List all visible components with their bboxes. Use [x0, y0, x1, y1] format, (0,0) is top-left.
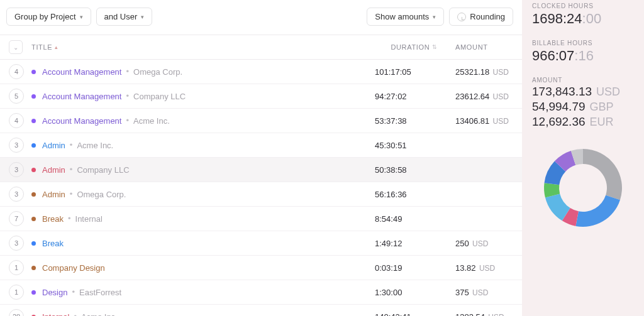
- client-name: Internal: [75, 214, 103, 224]
- title-cell: Admin •Acme Inc.: [31, 141, 369, 150]
- separator-dot: •: [126, 116, 129, 125]
- project-name[interactable]: Company Design: [42, 263, 105, 273]
- count-badge[interactable]: 4: [9, 113, 24, 128]
- main-panel: Group by Project ▾ and User ▾ Show amoun…: [0, 0, 522, 316]
- duration-cell: 56:16:36: [369, 190, 438, 199]
- project-color-dot: [31, 94, 36, 99]
- amount-cell: 13.82 USD: [438, 263, 513, 273]
- project-name[interactable]: Break: [42, 239, 64, 248]
- amount-header-label: AMOUNT: [455, 43, 488, 51]
- expand-all-button[interactable]: ⌄: [9, 40, 23, 54]
- currency-code: USD: [486, 313, 504, 317]
- title-cell: Break •Internal: [31, 214, 369, 224]
- project-name[interactable]: Internal: [42, 312, 69, 317]
- and-user-dropdown[interactable]: and User ▾: [96, 8, 153, 26]
- table-row[interactable]: 1 Design •EastForrest 1:30:00 375 USD: [0, 280, 522, 305]
- separator-dot: •: [70, 140, 73, 150]
- project-name[interactable]: Account Management: [42, 92, 121, 101]
- amount-cell: 375 USD: [438, 288, 513, 297]
- duration-cell: 94:27:02: [369, 92, 438, 101]
- count-badge[interactable]: 3: [9, 187, 24, 202]
- table-row[interactable]: 4 Account Management •Acme Inc. 53:37:38…: [0, 109, 522, 133]
- column-header-duration[interactable]: DURATION ⇅: [369, 43, 438, 51]
- project-color-dot: [31, 143, 36, 148]
- project-name[interactable]: Break: [42, 214, 64, 224]
- client-name: Acme Inc.: [81, 312, 118, 317]
- and-user-label: and User: [104, 12, 138, 21]
- table-row[interactable]: 3 Break 1:49:12 250 USD: [0, 231, 522, 256]
- project-name[interactable]: Admin: [42, 190, 65, 199]
- table-row[interactable]: 5 Account Management •Company LLC 94:27:…: [0, 84, 522, 109]
- count-badge[interactable]: 3: [9, 138, 24, 153]
- table-row[interactable]: 3 Admin •Omega Corp. 56:16:36: [0, 182, 522, 207]
- table-row[interactable]: 3 Admin •Acme Inc. 45:30:51: [0, 133, 522, 158]
- currency-code: USD: [470, 239, 489, 248]
- separator-dot: •: [72, 287, 75, 297]
- table-row[interactable]: 4 Account Management •Omega Corp. 101:17…: [0, 60, 522, 84]
- title-cell: Account Management •Acme Inc.: [31, 116, 369, 126]
- duration-header-label: DURATION: [391, 43, 430, 51]
- duration-cell: 53:37:38: [369, 116, 438, 126]
- count-badge[interactable]: 3: [9, 236, 24, 251]
- project-color-dot: [31, 266, 36, 270]
- title-cell: Company Design: [31, 263, 369, 273]
- count-badge[interactable]: 1: [9, 285, 24, 300]
- rounding-button[interactable]: Rounding: [449, 8, 513, 26]
- project-name[interactable]: Account Management: [42, 67, 121, 77]
- billable-sec: :16: [574, 48, 594, 63]
- separator-dot: •: [70, 165, 73, 174]
- column-header-title[interactable]: TITLE ▴: [31, 43, 369, 51]
- table-body: 4 Account Management •Omega Corp. 101:17…: [0, 60, 522, 316]
- amount-value: 12,692.36: [532, 115, 586, 128]
- clocked-sec: :00: [582, 11, 602, 26]
- title-cell: Admin •Omega Corp.: [31, 190, 369, 199]
- project-color-dot: [31, 241, 36, 246]
- amount-currency: EUR: [587, 116, 614, 128]
- project-name[interactable]: Admin: [42, 165, 65, 175]
- title-cell: Design •EastForrest: [31, 288, 369, 297]
- group-by-project-dropdown[interactable]: Group by Project ▾: [6, 8, 91, 26]
- amount-list: 173,843.13 USD54,994.79 GBP12,692.36 EUR: [532, 85, 634, 129]
- toolbar-right: Show amounts ▾ Rounding: [367, 8, 513, 26]
- billable-main: 966:07: [532, 48, 574, 63]
- amount-cell: 1383.54 USD: [438, 312, 513, 317]
- group-by-label: Group by Project: [14, 12, 76, 21]
- donut-slice[interactable]: [583, 149, 622, 200]
- count-badge[interactable]: 28: [9, 309, 24, 316]
- title-cell: Admin •Company LLC: [31, 165, 369, 175]
- project-name[interactable]: Account Management: [42, 116, 121, 126]
- currency-code: USD: [491, 92, 509, 101]
- count-badge[interactable]: 4: [9, 64, 24, 79]
- donut-slice[interactable]: [575, 195, 620, 227]
- count-badge[interactable]: 3: [9, 162, 24, 177]
- count-badge[interactable]: 1: [9, 260, 24, 275]
- project-color-dot: [31, 119, 36, 123]
- currency-code: USD: [477, 264, 496, 273]
- duration-cell: 101:17:05: [369, 67, 438, 77]
- amount-value: 54,994.79: [532, 100, 586, 113]
- title-header-label: TITLE: [31, 43, 52, 51]
- client-name: Acme Inc.: [133, 116, 170, 126]
- sort-icon: ⇅: [432, 44, 438, 50]
- title-cell: Account Management •Company LLC: [31, 92, 369, 101]
- table-row[interactable]: 28 Internal •Acme Inc. 140:42:41 1383.54…: [0, 305, 522, 316]
- separator-dot: •: [70, 189, 73, 199]
- amount-cell: 13406.81 USD: [438, 116, 513, 126]
- clocked-hours-value: 1698:24:00: [532, 11, 634, 27]
- project-name[interactable]: Admin: [42, 141, 65, 150]
- count-badge[interactable]: 5: [9, 89, 24, 104]
- show-amounts-dropdown[interactable]: Show amounts ▾: [367, 8, 444, 26]
- sort-asc-icon: ▴: [55, 44, 58, 50]
- table-row[interactable]: 1 Company Design 0:03:19 13.82 USD: [0, 256, 522, 280]
- count-badge[interactable]: 7: [9, 211, 24, 226]
- duration-cell: 45:30:51: [369, 141, 438, 150]
- table-row[interactable]: 3 Admin •Company LLC 50:38:58: [0, 158, 522, 182]
- column-header-amount[interactable]: AMOUNT: [438, 43, 513, 51]
- project-name[interactable]: Design: [42, 288, 67, 297]
- table-row[interactable]: 7 Break •Internal 8:54:49: [0, 207, 522, 231]
- amount-currency: GBP: [587, 101, 614, 113]
- amount-cell: 250 USD: [438, 239, 513, 248]
- table-header: ⌄ TITLE ▴ DURATION ⇅ AMOUNT: [0, 35, 522, 60]
- chevron-down-icon: ▾: [433, 14, 436, 20]
- donut-chart-wrap: [532, 144, 634, 232]
